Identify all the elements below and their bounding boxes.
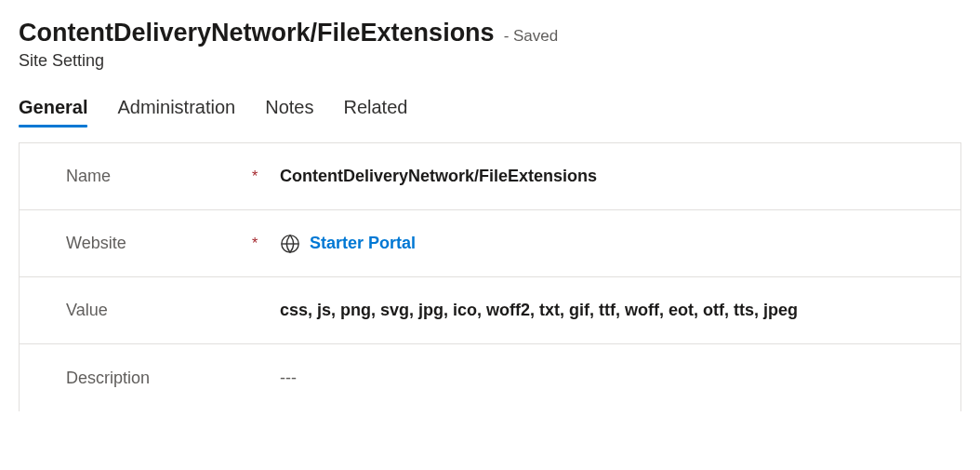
field-row-website[interactable]: Website * Starter Portal <box>20 210 960 277</box>
tab-notes[interactable]: Notes <box>265 97 313 126</box>
page-header: ContentDeliveryNetwork/FileExtensions - … <box>19 19 961 71</box>
field-value-value: css, js, png, svg, jpg, ico, woff2, txt,… <box>280 301 798 320</box>
field-value-description: --- <box>280 369 297 388</box>
entity-type-label: Site Setting <box>19 51 961 71</box>
field-row-name[interactable]: Name * ContentDeliveryNetwork/FileExtens… <box>20 143 960 210</box>
saved-status: - Saved <box>504 27 559 46</box>
tab-general[interactable]: General <box>19 97 87 126</box>
field-label-description: Description <box>66 369 252 388</box>
field-value-name: ContentDeliveryNetwork/FileExtensions <box>280 167 597 186</box>
field-label-value: Value <box>66 301 252 320</box>
tab-related[interactable]: Related <box>343 97 407 126</box>
required-marker: * <box>252 235 280 252</box>
tab-administration[interactable]: Administration <box>117 97 235 126</box>
field-label-name: Name <box>66 167 252 186</box>
page-title: ContentDeliveryNetwork/FileExtensions <box>19 19 495 47</box>
required-marker: * <box>252 168 280 185</box>
title-row: ContentDeliveryNetwork/FileExtensions - … <box>19 19 961 47</box>
field-label-website: Website <box>66 234 252 253</box>
tab-bar: General Administration Notes Related <box>19 97 961 126</box>
field-row-value[interactable]: Value css, js, png, svg, jpg, ico, woff2… <box>20 277 960 344</box>
website-link[interactable]: Starter Portal <box>310 234 416 253</box>
form-panel: Name * ContentDeliveryNetwork/FileExtens… <box>19 142 961 411</box>
field-value-website: Starter Portal <box>280 234 416 254</box>
globe-icon <box>280 234 300 254</box>
field-row-description[interactable]: Description --- <box>20 344 960 411</box>
